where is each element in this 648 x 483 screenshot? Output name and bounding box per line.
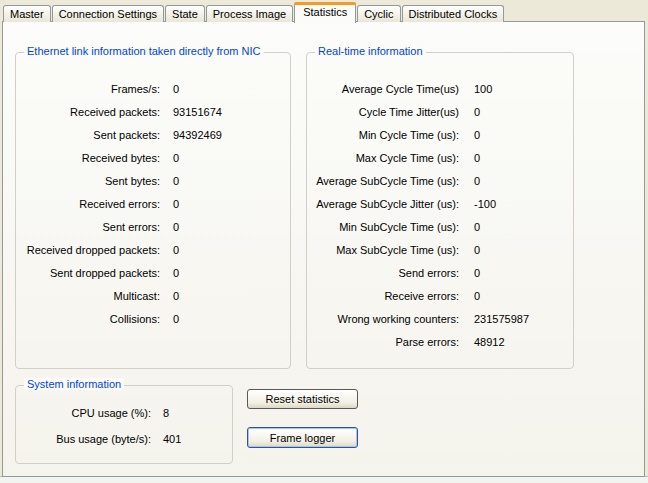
stat-label: Sent bytes: bbox=[16, 175, 160, 187]
realtime-stat-rows: Average Cycle Time(us) 100 Cycle Time Ji… bbox=[307, 53, 573, 353]
stat-row: Wrong working counters: 231575987 bbox=[307, 307, 573, 330]
tab-label: State bbox=[172, 8, 198, 20]
stat-value: 0 bbox=[474, 244, 480, 256]
stat-row: Cycle Time Jitter(us) 0 bbox=[307, 100, 573, 123]
tab-bar: Master Connection Settings State Process… bbox=[3, 0, 505, 22]
stat-value: 0 bbox=[474, 129, 480, 141]
stat-label: Received dropped packets: bbox=[16, 244, 160, 256]
stat-label: Wrong working counters: bbox=[307, 313, 459, 325]
stat-value: 0 bbox=[474, 290, 480, 302]
stat-row: Max Cycle Time (us): 0 bbox=[307, 146, 573, 169]
tab-cyclic[interactable]: Cyclic bbox=[357, 5, 400, 22]
stat-row: Sent dropped packets: 0 bbox=[16, 261, 290, 284]
stat-label: Cycle Time Jitter(us) bbox=[307, 106, 459, 118]
stat-row: Sent errors: 0 bbox=[16, 215, 290, 238]
stat-row: Average SubCycle Jitter (us): -100 bbox=[307, 192, 573, 215]
stat-value: 0 bbox=[474, 221, 480, 233]
stat-row: Received bytes: 0 bbox=[16, 146, 290, 169]
group-ethernet-title: Ethernet link information taken directly… bbox=[24, 45, 264, 57]
stat-row: Sent bytes: 0 bbox=[16, 169, 290, 192]
tab-statistics[interactable]: Statistics bbox=[294, 2, 356, 23]
stat-value: 0 bbox=[173, 198, 179, 210]
stat-row: Average SubCycle Time (us): 0 bbox=[307, 169, 573, 192]
stat-row: Send errors: 0 bbox=[307, 261, 573, 284]
stat-value: 0 bbox=[173, 244, 179, 256]
tab-state[interactable]: State bbox=[165, 5, 205, 22]
reset-statistics-button[interactable]: Reset statistics bbox=[247, 389, 358, 409]
stat-row: Min Cycle Time (us): 0 bbox=[307, 123, 573, 146]
tab-label: Cyclic bbox=[364, 8, 393, 20]
tab-connection-settings[interactable]: Connection Settings bbox=[52, 5, 164, 22]
stat-row: Max SubCycle Time (us): 0 bbox=[307, 238, 573, 261]
stat-label: CPU usage (%): bbox=[16, 407, 151, 419]
system-stat-rows: CPU usage (%): 8 Bus usage (byte/s): 401 bbox=[16, 386, 232, 452]
ethernet-stat-rows: Frames/s: 0 Received packets: 93151674 S… bbox=[16, 53, 290, 330]
stat-label: Frames/s: bbox=[16, 83, 160, 95]
stat-label: Received errors: bbox=[16, 198, 160, 210]
stat-value: 93151674 bbox=[173, 106, 222, 118]
stat-row: Bus usage (byte/s): 401 bbox=[16, 426, 232, 452]
tab-label: Master bbox=[10, 8, 44, 20]
stat-value: 0 bbox=[173, 313, 179, 325]
stat-row: Receive errors: 0 bbox=[307, 284, 573, 307]
stat-row: Collisions: 0 bbox=[16, 307, 290, 330]
stat-label: Receive errors: bbox=[307, 290, 459, 302]
stat-value: 0 bbox=[173, 221, 179, 233]
stat-label: Bus usage (byte/s): bbox=[16, 433, 151, 445]
stat-label: Average SubCycle Time (us): bbox=[307, 175, 459, 187]
stat-label: Max SubCycle Time (us): bbox=[307, 244, 459, 256]
stat-row: Multicast: 0 bbox=[16, 284, 290, 307]
stat-value: 100 bbox=[474, 83, 492, 95]
stat-row: Received errors: 0 bbox=[16, 192, 290, 215]
tab-process-image[interactable]: Process Image bbox=[206, 5, 293, 22]
stat-label: Average Cycle Time(us) bbox=[307, 83, 459, 95]
tab-label: Statistics bbox=[303, 6, 347, 18]
stat-row: CPU usage (%): 8 bbox=[16, 400, 232, 426]
stat-value: 0 bbox=[474, 267, 480, 279]
statistics-window: Master Connection Settings State Process… bbox=[0, 0, 648, 483]
stat-label: Max Cycle Time (us): bbox=[307, 152, 459, 164]
group-realtime-title: Real-time information bbox=[315, 45, 426, 57]
tab-distributed-clocks[interactable]: Distributed Clocks bbox=[402, 5, 505, 22]
stat-value: 401 bbox=[163, 433, 181, 445]
stat-label: Collisions: bbox=[16, 313, 160, 325]
stat-label: Min Cycle Time (us): bbox=[307, 129, 459, 141]
stat-label: Sent errors: bbox=[16, 221, 160, 233]
stat-row: Min SubCycle Time (us): 0 bbox=[307, 215, 573, 238]
stat-value: 0 bbox=[474, 175, 480, 187]
stat-label: Sent dropped packets: bbox=[16, 267, 160, 279]
stat-value: 8 bbox=[163, 407, 169, 419]
stat-value: 0 bbox=[173, 175, 179, 187]
tab-page-statistics: Ethernet link information taken directly… bbox=[2, 21, 645, 477]
tab-label: Process Image bbox=[213, 8, 286, 20]
stat-value: 0 bbox=[474, 106, 480, 118]
stat-value: 0 bbox=[173, 83, 179, 95]
tab-label: Distributed Clocks bbox=[409, 8, 498, 20]
stat-value: 231575987 bbox=[474, 313, 529, 325]
stat-label: Min SubCycle Time (us): bbox=[307, 221, 459, 233]
stat-label: Received packets: bbox=[16, 106, 160, 118]
group-realtime-info: Real-time information Average Cycle Time… bbox=[306, 52, 574, 369]
stat-row: Received packets: 93151674 bbox=[16, 100, 290, 123]
stat-label: Sent packets: bbox=[16, 129, 160, 141]
stat-label: Received bytes: bbox=[16, 152, 160, 164]
stat-label: Send errors: bbox=[307, 267, 459, 279]
stat-row: Sent packets: 94392469 bbox=[16, 123, 290, 146]
stat-row: Average Cycle Time(us) 100 bbox=[307, 77, 573, 100]
stat-label: Multicast: bbox=[16, 290, 160, 302]
group-system-title: System information bbox=[24, 378, 124, 390]
stat-value: -100 bbox=[474, 198, 496, 210]
stat-value: 94392469 bbox=[173, 129, 222, 141]
stat-value: 48912 bbox=[474, 336, 505, 348]
group-ethernet-link-info: Ethernet link information taken directly… bbox=[15, 52, 291, 369]
stat-label: Average SubCycle Jitter (us): bbox=[307, 198, 459, 210]
frame-logger-button[interactable]: Frame logger bbox=[247, 427, 358, 448]
tab-master[interactable]: Master bbox=[3, 5, 51, 22]
window-bottom-edge bbox=[0, 476, 648, 483]
stat-value: 0 bbox=[173, 267, 179, 279]
stat-value: 0 bbox=[173, 152, 179, 164]
stat-value: 0 bbox=[173, 290, 179, 302]
stat-label: Parse errors: bbox=[307, 336, 459, 348]
stat-value: 0 bbox=[474, 152, 480, 164]
stat-row: Frames/s: 0 bbox=[16, 77, 290, 100]
